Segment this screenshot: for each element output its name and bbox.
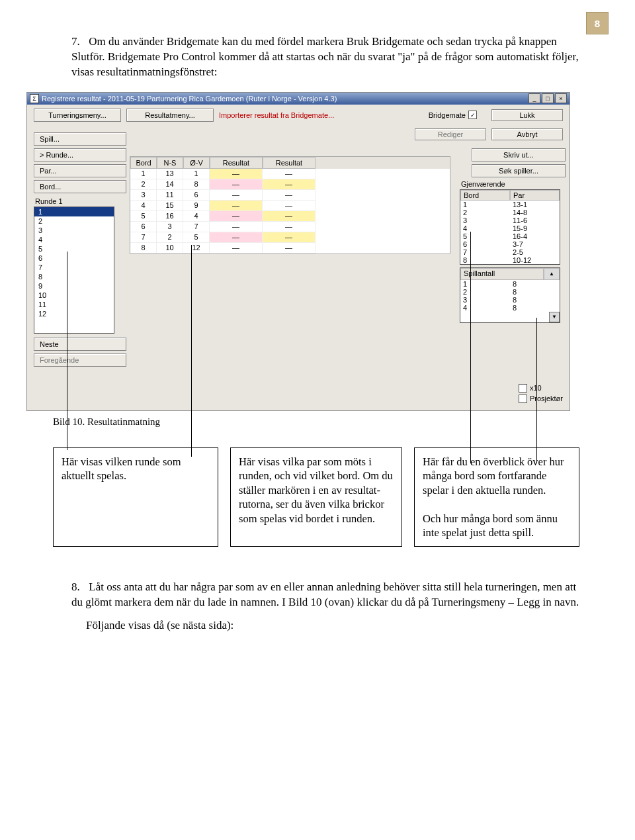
table-header: N-S [157,157,183,169]
spill-row[interactable]: 38 [460,296,560,304]
window-title: Registrere resultat - 2011-05-19 Parturn… [42,95,337,103]
paragraph-8-follow: Följande visas då (se nästa sida): [53,618,589,633]
close-button[interactable]: × [555,93,567,103]
minimize-button[interactable]: _ [529,93,540,103]
gjen-row[interactable]: 72-5 [460,248,560,256]
runde-list-item[interactable]: 7 [34,263,114,272]
spill-row[interactable]: 18 [460,280,560,288]
runde-list-item[interactable]: 2 [34,216,114,226]
gjen-row[interactable]: 113-1 [460,201,560,209]
runde-list-item[interactable]: 9 [34,281,114,291]
runde-list-item[interactable]: 8 [34,272,114,281]
gjen-row[interactable]: 311-6 [460,216,560,224]
gjenvaerende-list[interactable]: BordPar 113-1214-8311-6415-9516-463-772-… [460,189,560,265]
runde-list-item[interactable]: 1 [34,207,114,216]
gjen-row[interactable]: 516-4 [460,232,560,240]
paragraph-7: 7. Om du använder Bridgemate kan du med … [53,34,589,80]
callout-3b: Och hur många bord som ännu inte spelat … [423,512,558,539]
maximize-button[interactable]: □ [542,93,554,103]
prosjektor-label: Prosjektør [530,395,563,402]
paragraph-8-text: Låt oss anta att du har några par som av… [71,581,579,608]
bord-button[interactable]: Bord... [34,180,126,193]
gjen-row[interactable]: 63-7 [460,240,560,248]
gjen-row[interactable]: 415-9 [460,224,560,232]
spill-button[interactable]: Spill... [34,132,126,146]
callout-box-3: Här får du en överblick över hur många b… [414,447,579,547]
table-row[interactable]: 2148—— [130,179,450,190]
callout-box-1: Här visas vilken runde som aktuellt spel… [53,447,218,547]
app-icon: Σ [30,94,39,103]
skriv-ut-button[interactable]: Skriv ut... [472,148,566,162]
turneringsmeny-button[interactable]: Turneringsmeny... [34,109,121,122]
runde-list-item[interactable]: 3 [34,226,114,235]
runde-list-item[interactable]: 6 [34,254,114,263]
neste-button[interactable]: Neste [34,338,126,351]
spill-row[interactable]: 28 [460,288,560,296]
line-callout-3a [470,232,471,463]
lukk-button[interactable]: Lukk [491,109,563,121]
gjen-header: Par [510,190,560,201]
par-button[interactable]: Par... [34,164,126,177]
scroll-up-icon[interactable]: ▲ [544,268,560,280]
table-row[interactable]: 5164—— [130,211,450,222]
table-row[interactable]: 4159—— [130,201,450,211]
bridgemate-checkbox[interactable]: Bridgemate ✓ [429,111,477,119]
line-callout-2 [191,245,192,457]
table-header: Ø-V [183,157,210,169]
foregaende-button[interactable]: Foregående [34,353,126,367]
figure-caption: Bild 10. Resultatinmatning [53,416,589,428]
table-row[interactable]: 637—— [130,222,450,232]
gjen-row[interactable]: 810-12 [460,256,560,264]
runde-label: Runde 1 [35,197,123,205]
line-callout-3b [536,318,537,463]
import-status-label: Importerer resultat fra Bridgemate... [219,111,334,119]
prosjektor-checkbox[interactable]: Prosjektør [519,395,563,403]
bridgemate-label: Bridgemate [429,111,466,119]
runde-list-item[interactable]: 11 [34,300,114,309]
app-window: Σ Registrere resultat - 2011-05-19 Partu… [26,92,570,411]
runde-list-item[interactable]: 10 [34,291,114,300]
result-table[interactable]: BordN-SØ-VResultatResultat 1131——2148——3… [130,156,450,254]
runde-button[interactable]: > Runde... [34,148,126,162]
x10-checkbox[interactable]: x10 [519,384,563,393]
table-row[interactable]: 81012—— [130,243,450,254]
resultatmeny-button[interactable]: Resultatmeny... [126,109,214,122]
table-row[interactable]: 3116—— [130,190,450,201]
gjen-header: Bord [460,190,510,201]
paragraph-7-text: Om du använder Bridgemate kan du med för… [71,35,579,78]
list-number-7: 7. [71,34,86,50]
titlebar: Σ Registrere resultat - 2011-05-19 Partu… [27,93,570,105]
sok-spiller-button[interactable]: Søk spiller... [472,164,566,177]
table-row[interactable]: 725—— [130,232,450,243]
gjenvaerende-label: Gjenværende [461,180,564,188]
table-header: Resultat [210,157,263,169]
runde-listbox[interactable]: 123456789101112 [34,207,114,334]
scroll-down-icon[interactable]: ▼ [549,312,560,322]
table-header: Resultat [263,157,316,169]
callout-3a: Här får du en överblick över hur många b… [423,455,564,496]
x10-label: x10 [530,384,542,392]
runde-list-item[interactable]: 12 [34,309,114,318]
spillantall-list[interactable]: Spillantall▲ 18283848 ▼ [460,267,560,323]
line-callout-1 [67,252,67,450]
runde-list-item[interactable]: 4 [34,235,114,244]
spillantall-header: Spillantall [460,268,544,280]
list-number-8: 8. [71,580,86,595]
table-header: Bord [130,157,157,169]
page-number-badge: 8 [586,12,609,34]
paragraph-8: 8. Låt oss anta att du har några par som… [53,580,589,610]
runde-list-item[interactable]: 5 [34,244,114,254]
check-icon: ✓ [468,111,477,119]
gjen-row[interactable]: 214-8 [460,209,560,216]
table-row[interactable]: 1131—— [130,169,450,179]
callout-box-2: Här visas vilka par som möts i runden, o… [230,447,402,547]
spill-row[interactable]: 48 [460,304,560,312]
